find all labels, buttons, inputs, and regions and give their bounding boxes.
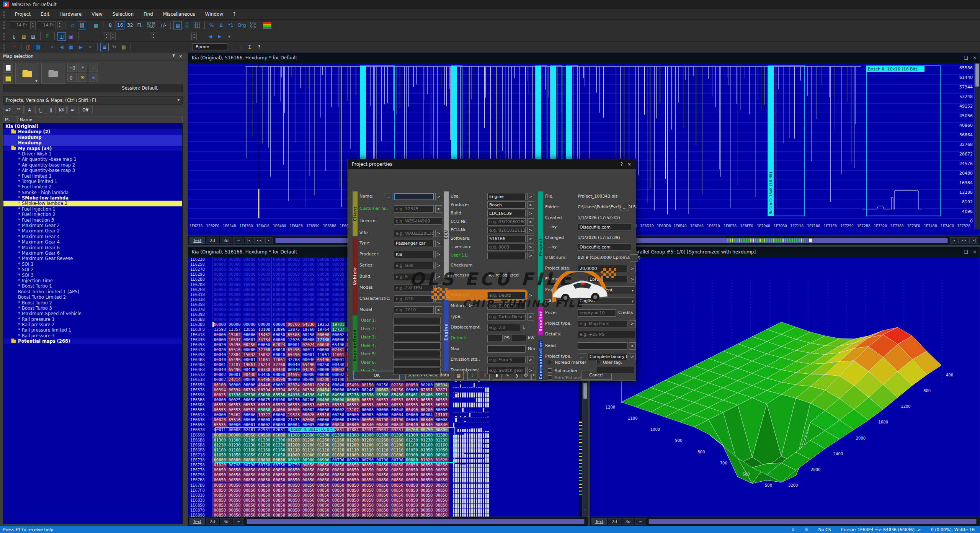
hex-row[interactable]: 1E67F80085000850008500085000850008500085… — [188, 488, 571, 493]
tab-3d[interactable]: 3d — [220, 237, 232, 244]
user11-field-expand-button[interactable]: > — [527, 252, 534, 259]
motorcode-field[interactable]: e.g. Z19DTH — [487, 302, 526, 310]
filter-button-7[interactable]: Off — [78, 106, 93, 114]
hex-row[interactable]: 1E65F80655306553065530306064006000000000… — [188, 407, 571, 412]
project-state-dropdown[interactable]: in development — [578, 286, 635, 294]
licence-field[interactable]: e.g. WES-H4900 — [394, 217, 442, 225]
difference-button[interactable]: Δ — [217, 21, 225, 29]
tree-item[interactable]: *Maximum Gear 6 — [3, 250, 182, 256]
user4-field[interactable] — [393, 342, 441, 350]
mail-map-button[interactable]: ✉ — [78, 73, 87, 82]
elements-field[interactable]: Eprom — [588, 276, 627, 283]
user-tag-field[interactable] — [596, 366, 634, 373]
hex-row[interactable]: 1E66B80130001300013000130001300012600126… — [188, 438, 571, 443]
read-field-expand-button[interactable]: > — [629, 342, 636, 350]
output-field-kw[interactable] — [511, 335, 526, 342]
model-field-expand-button[interactable]: > — [435, 284, 442, 291]
tree-item[interactable]: *Fuel Inection 3 — [3, 217, 182, 223]
pattern-view-icon[interactable]: ▦ — [92, 21, 100, 29]
session-bar[interactable]: Session: Default — [3, 84, 183, 92]
projects-header[interactable]: Projects, Versions & Maps: (Ctrl+Shift+F… — [3, 96, 183, 105]
hex-row[interactable]: 1E66380002065516000000000000000214750200… — [188, 417, 571, 422]
hex-row[interactable]: 1E67B80085000850008500085000850008500085… — [188, 477, 571, 482]
prev-version-icon[interactable]: ◀ — [57, 43, 66, 51]
import-file-icon[interactable]: F — [43, 32, 52, 41]
build-field[interactable]: e.g. 6 — [394, 273, 434, 280]
close-icon[interactable]: × — [973, 55, 977, 60]
percent-button[interactable]: % — [207, 21, 216, 29]
byte-order-button[interactable]: LO HIHILO — [145, 21, 157, 29]
download-data-icon[interactable]: ⇓ — [467, 371, 477, 380]
comm-project-type-field[interactable]: Complete binary file — [588, 353, 627, 360]
add-map-button[interactable]: +▯ — [67, 63, 77, 72]
engine-producer-field[interactable]: e.g. Deutz — [487, 292, 526, 299]
software-field-expand-button[interactable]: > — [527, 235, 534, 242]
view-mode-icon[interactable]: ▤ — [173, 21, 182, 29]
tree-item[interactable]: *SOI 1 — [3, 262, 182, 267]
tree-item[interactable]: Hexdump (2) — [3, 129, 182, 134]
menu-item-selection[interactable]: Selection — [108, 10, 139, 18]
reseller-project-type-field-expand-button[interactable]: > — [629, 320, 636, 327]
model-year-field-expand-button[interactable]: > — [435, 306, 442, 314]
comm-project-type-field-browse-button[interactable]: ... — [578, 353, 586, 360]
tree-item[interactable]: Hexdump — [3, 135, 182, 140]
eprom-selector[interactable]: Eprom — [192, 43, 227, 51]
open-dropdown-icon[interactable]: ▼ — [35, 79, 38, 83]
original-compare-button[interactable]: OrgOrg — [249, 21, 258, 29]
close-icon[interactable]: × — [627, 159, 631, 169]
series-field-expand-button[interactable]: > — [435, 262, 442, 269]
original-button[interactable]: Org — [236, 21, 248, 29]
factor-button[interactable]: *1 — [227, 21, 235, 29]
build-field-expand-button[interactable]: > — [435, 273, 442, 280]
tree-item[interactable]: *SMoke-low lambda 2 — [3, 201, 182, 206]
tree-item[interactable]: *Maximum Gear 2 — [3, 228, 182, 234]
plugin-button[interactable]: ◆ — [89, 73, 98, 82]
project-size-field[interactable]: 20,0000 — [578, 265, 627, 272]
collapse-icon[interactable]: ▼ — [177, 98, 180, 102]
scroll-nav[interactable]: |< — [245, 237, 254, 244]
user2-field[interactable] — [393, 325, 441, 333]
tree-item[interactable]: *Maximum Speed of vehicle — [3, 311, 182, 316]
font-size-map[interactable]: 14 Pt — [37, 21, 56, 29]
characteristic-field-expand-button[interactable]: > — [435, 295, 442, 302]
spinner-a[interactable]: ▴▾ — [104, 33, 109, 40]
scroll-nav[interactable]: < — [265, 237, 273, 244]
tree-item[interactable]: *SOI 3 — [3, 273, 182, 278]
elements-field-expand-button[interactable]: > — [629, 276, 636, 283]
series-field[interactable]: e.g. Golf — [394, 262, 434, 269]
ecu-nr-field-expand-button[interactable]: > — [527, 218, 534, 226]
changed-by-field[interactable]: Olsecufile.com — [578, 244, 631, 251]
menu-item-miscellaneous[interactable]: Miscellaneous — [158, 10, 200, 18]
hex-row[interactable]: 1E66F80116001160011600116001160011100111… — [188, 448, 571, 453]
tree-item[interactable]: *Driver Wish 1 — [3, 151, 182, 157]
tree-item[interactable]: *Boost Turbo 2 — [3, 300, 182, 306]
menu-item-hardware[interactable]: Hardware — [54, 10, 87, 18]
name-field-browse-button[interactable]: ... — [384, 193, 392, 200]
tree-item[interactable]: *Maximum Gear 4 — [3, 239, 182, 245]
tab-2d[interactable]: 2d — [608, 518, 621, 525]
hex-row[interactable]: 1E66980085000900009500096001000013000130… — [188, 433, 571, 438]
filter-button-2[interactable]: A — [24, 106, 34, 114]
hex-row[interactable]: 1E66D80123001230012300123001230012000120… — [188, 443, 571, 448]
menu-item-find[interactable]: Find — [139, 10, 158, 18]
hex-row[interactable]: 1E65980002561536625366303663536640366453… — [188, 392, 571, 397]
session-windows-icon[interactable]: ◫ — [24, 43, 33, 51]
tree-item[interactable]: Hexdump — [3, 140, 182, 146]
name-field-expand-button[interactable]: > — [435, 193, 442, 200]
transmission-field[interactable]: e.g. Switch gear — [487, 367, 526, 374]
search-maps-button[interactable]: ⌕ — [89, 63, 98, 72]
hex-row[interactable]: 1E67780085000850008500085000850008500085… — [188, 468, 571, 473]
hex-row[interactable]: 1E68580085000850008500085000850008500085… — [188, 503, 571, 508]
tree-item[interactable]: *Rail pressure 3 — [3, 333, 182, 338]
hex-row[interactable]: 1E66180000015462000001932700000193280002… — [188, 412, 571, 417]
filter-button-1[interactable]: "" — [14, 106, 24, 114]
checksum-sum-value-browse-button[interactable]: ... — [630, 254, 638, 262]
hex-row[interactable]: 1E67380088000880008800088000880009000090… — [188, 458, 571, 463]
tree-item[interactable]: *Torque limited 1 — [3, 179, 182, 184]
menu-item-view[interactable]: View — [87, 10, 107, 18]
spinner-c[interactable]: ▴▾ — [151, 33, 156, 40]
tree-item[interactable]: *Air quantity-base map 3 — [3, 168, 182, 173]
folder-icon[interactable]: ▧ — [119, 43, 128, 51]
refresh-icon[interactable]: ↻ — [110, 43, 118, 51]
import-project-button[interactable] — [41, 63, 65, 84]
